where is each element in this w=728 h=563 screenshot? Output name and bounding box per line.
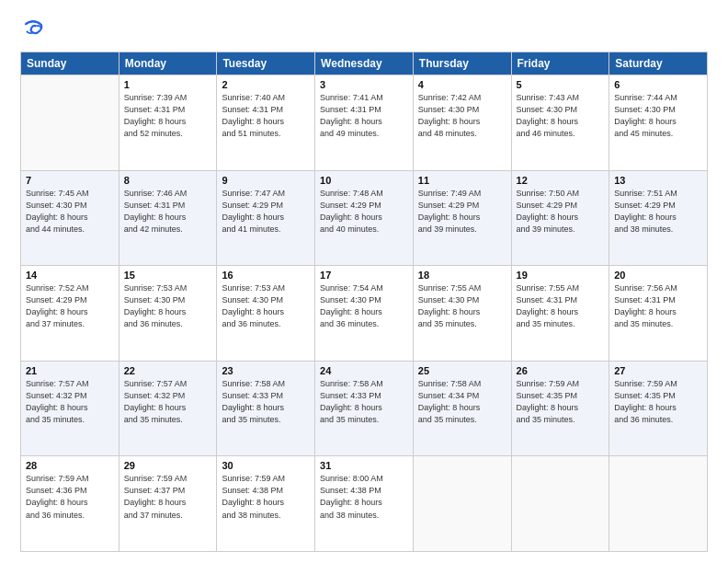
day-info: Sunrise: 7:58 AM Sunset: 4:33 PM Dayligh… <box>222 378 310 426</box>
day-number: 28 <box>26 460 114 471</box>
page: SundayMondayTuesdayWednesdayThursdayFrid… <box>0 0 728 563</box>
day-number: 15 <box>124 270 212 281</box>
day-number: 17 <box>320 270 408 281</box>
calendar-cell: 16Sunrise: 7:53 AM Sunset: 4:30 PM Dayli… <box>217 266 315 362</box>
day-info: Sunrise: 7:57 AM Sunset: 4:32 PM Dayligh… <box>26 378 114 426</box>
calendar: SundayMondayTuesdayWednesdayThursdayFrid… <box>20 52 708 552</box>
calendar-cell: 19Sunrise: 7:55 AM Sunset: 4:31 PM Dayli… <box>511 266 609 362</box>
day-number: 18 <box>418 270 506 281</box>
day-info: Sunrise: 7:55 AM Sunset: 4:31 PM Dayligh… <box>517 282 605 330</box>
day-info: Sunrise: 7:59 AM Sunset: 4:37 PM Dayligh… <box>124 473 212 521</box>
day-info: Sunrise: 7:53 AM Sunset: 4:30 PM Dayligh… <box>222 282 310 330</box>
calendar-cell: 6Sunrise: 7:44 AM Sunset: 4:30 PM Daylig… <box>609 75 708 171</box>
day-number: 8 <box>124 175 212 186</box>
day-number: 21 <box>26 365 114 376</box>
header-thursday: Thursday <box>413 52 511 75</box>
calendar-cell: 21Sunrise: 7:57 AM Sunset: 4:32 PM Dayli… <box>21 361 119 456</box>
day-number: 3 <box>320 79 408 90</box>
day-number: 13 <box>614 175 702 186</box>
day-info: Sunrise: 7:39 AM Sunset: 4:31 PM Dayligh… <box>124 92 212 140</box>
calendar-cell: 28Sunrise: 7:59 AM Sunset: 4:36 PM Dayli… <box>21 456 119 552</box>
day-info: Sunrise: 7:57 AM Sunset: 4:32 PM Dayligh… <box>124 378 212 426</box>
day-number: 25 <box>418 365 506 376</box>
calendar-week-row: 1Sunrise: 7:39 AM Sunset: 4:31 PM Daylig… <box>21 75 708 171</box>
day-info: Sunrise: 7:53 AM Sunset: 4:30 PM Dayligh… <box>124 282 212 330</box>
day-info: Sunrise: 7:45 AM Sunset: 4:30 PM Dayligh… <box>26 188 114 236</box>
day-info: Sunrise: 7:50 AM Sunset: 4:29 PM Dayligh… <box>517 188 605 236</box>
calendar-cell: 13Sunrise: 7:51 AM Sunset: 4:29 PM Dayli… <box>609 170 708 266</box>
calendar-cell: 4Sunrise: 7:42 AM Sunset: 4:30 PM Daylig… <box>413 75 511 171</box>
day-info: Sunrise: 7:46 AM Sunset: 4:31 PM Dayligh… <box>124 188 212 236</box>
day-info: Sunrise: 7:58 AM Sunset: 4:34 PM Dayligh… <box>418 378 506 426</box>
calendar-cell <box>609 456 708 552</box>
day-number: 6 <box>614 79 702 90</box>
day-number: 19 <box>517 270 605 281</box>
day-number: 2 <box>222 79 310 90</box>
logo-icon <box>20 17 46 42</box>
day-info: Sunrise: 7:58 AM Sunset: 4:33 PM Dayligh… <box>320 378 408 426</box>
calendar-cell: 23Sunrise: 7:58 AM Sunset: 4:33 PM Dayli… <box>217 361 315 456</box>
calendar-cell: 5Sunrise: 7:43 AM Sunset: 4:30 PM Daylig… <box>511 75 609 171</box>
calendar-cell: 31Sunrise: 8:00 AM Sunset: 4:38 PM Dayli… <box>315 456 414 552</box>
day-number: 16 <box>222 270 310 281</box>
calendar-week-row: 28Sunrise: 7:59 AM Sunset: 4:36 PM Dayli… <box>21 456 708 552</box>
day-info: Sunrise: 7:44 AM Sunset: 4:30 PM Dayligh… <box>614 92 702 140</box>
day-info: Sunrise: 7:56 AM Sunset: 4:31 PM Dayligh… <box>614 282 702 330</box>
day-number: 4 <box>418 79 506 90</box>
calendar-cell: 29Sunrise: 7:59 AM Sunset: 4:37 PM Dayli… <box>119 456 217 552</box>
calendar-week-row: 7Sunrise: 7:45 AM Sunset: 4:30 PM Daylig… <box>21 170 708 266</box>
day-info: Sunrise: 7:48 AM Sunset: 4:29 PM Dayligh… <box>320 188 408 236</box>
day-number: 29 <box>124 460 212 471</box>
day-number: 9 <box>222 175 310 186</box>
day-number: 10 <box>320 175 408 186</box>
calendar-cell: 26Sunrise: 7:59 AM Sunset: 4:35 PM Dayli… <box>511 361 609 456</box>
header-sunday: Sunday <box>21 52 119 75</box>
header-saturday: Saturday <box>609 52 708 75</box>
day-info: Sunrise: 7:40 AM Sunset: 4:31 PM Dayligh… <box>222 92 310 140</box>
calendar-cell: 9Sunrise: 7:47 AM Sunset: 4:29 PM Daylig… <box>217 170 315 266</box>
day-number: 24 <box>320 365 408 376</box>
calendar-cell: 1Sunrise: 7:39 AM Sunset: 4:31 PM Daylig… <box>119 75 217 171</box>
day-info: Sunrise: 7:51 AM Sunset: 4:29 PM Dayligh… <box>614 188 702 236</box>
calendar-cell: 8Sunrise: 7:46 AM Sunset: 4:31 PM Daylig… <box>119 170 217 266</box>
calendar-cell: 2Sunrise: 7:40 AM Sunset: 4:31 PM Daylig… <box>217 75 315 171</box>
day-info: Sunrise: 7:42 AM Sunset: 4:30 PM Dayligh… <box>418 92 506 140</box>
day-info: Sunrise: 7:59 AM Sunset: 4:36 PM Dayligh… <box>26 473 114 521</box>
calendar-cell: 30Sunrise: 7:59 AM Sunset: 4:38 PM Dayli… <box>217 456 315 552</box>
calendar-cell <box>413 456 511 552</box>
calendar-cell: 22Sunrise: 7:57 AM Sunset: 4:32 PM Dayli… <box>119 361 217 456</box>
calendar-cell: 17Sunrise: 7:54 AM Sunset: 4:30 PM Dayli… <box>315 266 414 362</box>
calendar-cell: 27Sunrise: 7:59 AM Sunset: 4:35 PM Dayli… <box>609 361 708 456</box>
day-info: Sunrise: 7:55 AM Sunset: 4:30 PM Dayligh… <box>418 282 506 330</box>
day-info: Sunrise: 7:59 AM Sunset: 4:35 PM Dayligh… <box>517 378 605 426</box>
calendar-week-row: 14Sunrise: 7:52 AM Sunset: 4:29 PM Dayli… <box>21 266 708 362</box>
day-number: 31 <box>320 460 408 471</box>
day-info: Sunrise: 7:59 AM Sunset: 4:38 PM Dayligh… <box>222 473 310 521</box>
calendar-week-row: 21Sunrise: 7:57 AM Sunset: 4:32 PM Dayli… <box>21 361 708 456</box>
day-number: 12 <box>517 175 605 186</box>
day-number: 20 <box>614 270 702 281</box>
day-number: 7 <box>26 175 114 186</box>
day-number: 5 <box>517 79 605 90</box>
header-friday: Friday <box>511 52 609 75</box>
logo <box>20 17 50 42</box>
day-info: Sunrise: 7:59 AM Sunset: 4:35 PM Dayligh… <box>614 378 702 426</box>
day-number: 27 <box>614 365 702 376</box>
calendar-cell: 14Sunrise: 7:52 AM Sunset: 4:29 PM Dayli… <box>21 266 119 362</box>
day-info: Sunrise: 7:41 AM Sunset: 4:31 PM Dayligh… <box>320 92 408 140</box>
calendar-cell: 10Sunrise: 7:48 AM Sunset: 4:29 PM Dayli… <box>315 170 414 266</box>
header-tuesday: Tuesday <box>217 52 315 75</box>
day-info: Sunrise: 8:00 AM Sunset: 4:38 PM Dayligh… <box>320 473 408 521</box>
calendar-cell: 24Sunrise: 7:58 AM Sunset: 4:33 PM Dayli… <box>315 361 414 456</box>
calendar-cell <box>511 456 609 552</box>
calendar-cell: 15Sunrise: 7:53 AM Sunset: 4:30 PM Dayli… <box>119 266 217 362</box>
day-info: Sunrise: 7:52 AM Sunset: 4:29 PM Dayligh… <box>26 282 114 330</box>
header-monday: Monday <box>119 52 217 75</box>
calendar-header-row: SundayMondayTuesdayWednesdayThursdayFrid… <box>21 52 708 75</box>
header-wednesday: Wednesday <box>315 52 414 75</box>
day-number: 22 <box>124 365 212 376</box>
calendar-cell <box>21 75 119 171</box>
calendar-cell: 3Sunrise: 7:41 AM Sunset: 4:31 PM Daylig… <box>315 75 414 171</box>
header <box>20 17 708 42</box>
calendar-cell: 18Sunrise: 7:55 AM Sunset: 4:30 PM Dayli… <box>413 266 511 362</box>
